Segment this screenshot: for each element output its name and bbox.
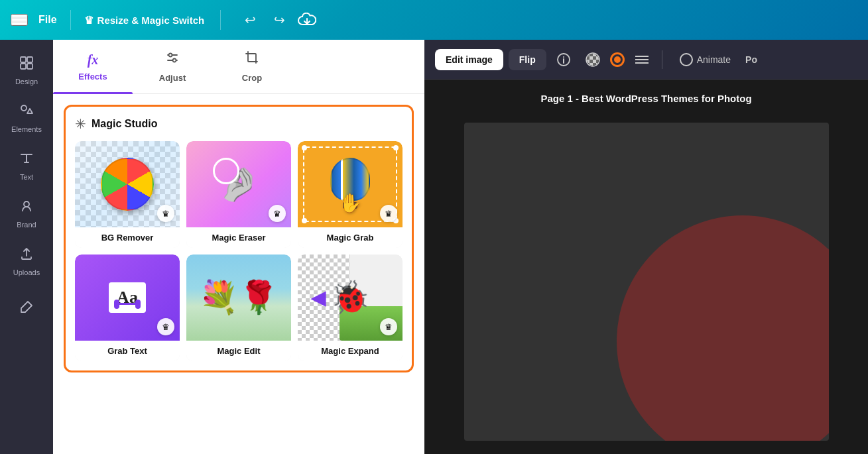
main-layout: Design Elements Text (0, 40, 868, 454)
brand-icon (19, 198, 34, 218)
svg-rect-0 (21, 57, 26, 62)
animate-circle-icon (680, 53, 693, 66)
magic-expand-image: ◀ 🐞 ♛ (298, 255, 403, 341)
svg-rect-19 (589, 56, 593, 60)
tab-effects[interactable]: fx Effects (53, 40, 133, 93)
text-handle-left (114, 300, 119, 309)
magic-eraser-crown: ♛ (269, 205, 286, 222)
grab-text-crown: ♛ (157, 318, 174, 335)
svg-rect-24 (593, 60, 596, 63)
edit-icon (19, 299, 34, 319)
svg-rect-1 (27, 57, 32, 62)
svg-point-4 (24, 201, 29, 207)
sidebar-item-elements[interactable]: Elements (3, 95, 50, 141)
animate-button[interactable]: Animate (670, 49, 740, 70)
magic-studio-header: ✳ Magic Studio (75, 116, 403, 132)
flip-button[interactable]: Flip (509, 49, 546, 70)
tool-bg-remover[interactable]: ♛ BG Remover (75, 141, 180, 248)
elements-icon (19, 103, 34, 123)
uploads-icon (19, 246, 34, 266)
edit-image-button[interactable]: Edit image (435, 49, 503, 70)
sidebar: Design Elements Text (0, 40, 53, 454)
ladybug-icon: 🐞 (330, 279, 370, 316)
panel-tab-bar: fx Effects Adjust (53, 40, 424, 94)
info-button[interactable] (552, 48, 576, 72)
brand-label: Brand (17, 221, 36, 229)
effects-tab-label: Effects (78, 72, 107, 82)
animate-label: Animate (697, 54, 731, 65)
tool-magic-edit[interactable]: 💐🌹 Magic Edit (186, 255, 291, 361)
magic-grab-crown: ♛ (380, 205, 397, 222)
canvas-area: Edit image Flip (424, 40, 868, 454)
tool-magic-expand[interactable]: ◀ 🐞 ♛ Magic Expand (298, 255, 403, 361)
header-divider-2 (220, 10, 221, 30)
resize-magic-switch-button[interactable]: ♛ Resize & Magic Switch (84, 14, 205, 27)
resize-label: Resize & Magic Switch (97, 15, 205, 26)
svg-rect-2 (21, 64, 26, 69)
svg-rect-3 (27, 64, 32, 69)
file-button[interactable]: File (38, 14, 57, 26)
text-icon (19, 150, 34, 170)
magic-eraser-image: 🤌 ♛ (186, 141, 291, 227)
undo-button[interactable]: ↩ (239, 9, 261, 30)
grab-text-label: Grab Text (75, 341, 180, 361)
svg-rect-23 (589, 60, 593, 63)
app-header: File ♛ Resize & Magic Switch ↩ ↪ (0, 0, 868, 40)
bg-remover-image: ♛ (75, 141, 180, 227)
sidebar-item-uploads[interactable]: Uploads (3, 239, 50, 284)
expand-arrow-icon: ◀ (311, 287, 326, 309)
beach-ball (101, 158, 154, 211)
tool-magic-eraser[interactable]: 🤌 ♛ Magic Eraser (186, 141, 291, 248)
record-inner (614, 56, 621, 63)
tab-crop[interactable]: Crop (212, 40, 292, 93)
magic-studio-section: ✳ Magic Studio ♛ BG Remover (64, 105, 414, 372)
page-title: Page 1 - Best WordPress Themes for Photo… (540, 93, 751, 104)
flowers-icon: 💐🌹 (199, 279, 279, 316)
redo-button[interactable]: ↪ (269, 9, 290, 30)
grab-handle-bl (302, 218, 307, 223)
panel-content: ✳ Magic Studio ♛ BG Remover (53, 94, 424, 454)
design-icon (19, 55, 34, 75)
magic-studio-icon: ✳ (75, 116, 86, 132)
svg-point-11 (563, 56, 564, 58)
sidebar-item-text[interactable]: Text (3, 143, 50, 188)
cloud-save-button[interactable] (298, 13, 316, 27)
crop-tab-icon (245, 50, 259, 69)
lines-button[interactable] (630, 48, 654, 72)
magic-grab-label: Magic Grab (298, 227, 403, 248)
grab-cursor-icon: ✋ (339, 192, 362, 214)
adjust-tab-icon (165, 50, 180, 69)
header-actions: ↩ ↪ (239, 9, 316, 30)
sidebar-item-brand[interactable]: Brand (3, 191, 50, 236)
checkerboard-icon (581, 48, 605, 72)
bg-remover-crown: ♛ (157, 205, 174, 222)
side-panel: fx Effects Adjust (53, 40, 424, 454)
magic-expand-crown: ♛ (380, 318, 397, 335)
tab-adjust[interactable]: Adjust (133, 40, 212, 93)
svg-rect-20 (593, 56, 596, 60)
grab-text-image: Aa ♛ (75, 255, 180, 341)
tool-magic-grab[interactable]: ✋ ♛ Magic Grab (298, 141, 403, 248)
toolbar-separator (662, 50, 662, 69)
uploads-label: Uploads (13, 268, 40, 276)
svg-point-8 (173, 59, 176, 62)
record-icon (610, 52, 625, 67)
svg-rect-9 (248, 54, 256, 62)
header-divider-1 (70, 10, 71, 30)
menu-button[interactable] (11, 14, 28, 26)
crown-icon: ♛ (84, 14, 93, 27)
elements-label: Elements (11, 125, 42, 133)
svg-point-6 (169, 54, 172, 57)
sidebar-item-design[interactable]: Design (3, 48, 50, 93)
tools-grid: ♛ BG Remover 🤌 ♛ Magic Er (75, 141, 403, 361)
canvas-page[interactable] (464, 123, 829, 441)
canvas-circle-decoration (617, 215, 829, 441)
tool-grab-text[interactable]: Aa ♛ Grab Text (75, 255, 180, 361)
text-handle-right (135, 300, 141, 309)
bg-remover-label: BG Remover (75, 227, 180, 248)
magic-edit-image: 💐🌹 (186, 255, 291, 341)
canvas-content: Page 1 - Best WordPress Themes for Photo… (424, 80, 868, 454)
magic-studio-title: Magic Studio (92, 118, 158, 130)
text-label: Text (20, 173, 33, 181)
sidebar-item-more[interactable] (3, 286, 50, 331)
